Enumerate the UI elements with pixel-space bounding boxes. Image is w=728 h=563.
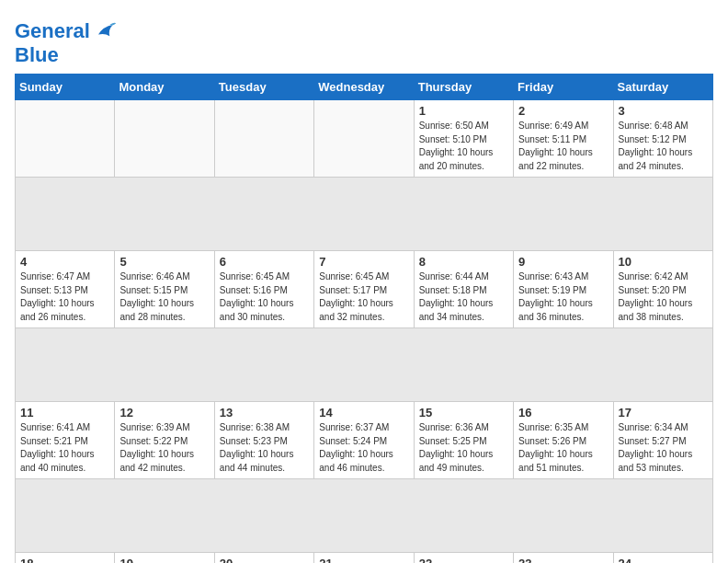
day-info: Sunrise: 6:36 AM Sunset: 5:25 PM Dayligh… [419, 421, 508, 475]
day-info: Sunrise: 6:47 AM Sunset: 5:13 PM Dayligh… [20, 270, 109, 324]
day-info: Sunrise: 6:41 AM Sunset: 5:21 PM Dayligh… [20, 421, 109, 475]
day-number: 5 [119, 255, 209, 269]
calendar-cell: 13Sunrise: 6:38 AM Sunset: 5:23 PM Dayli… [214, 402, 313, 479]
calendar: SundayMondayTuesdayWednesdayThursdayFrid… [15, 74, 713, 563]
calendar-cell: 10Sunrise: 6:42 AM Sunset: 5:20 PM Dayli… [613, 251, 712, 328]
day-info: Sunrise: 6:38 AM Sunset: 5:23 PM Dayligh… [220, 421, 309, 475]
day-number: 4 [20, 255, 109, 269]
calendar-cell: 20Sunrise: 6:30 AM Sunset: 5:30 PM Dayli… [214, 553, 313, 563]
week-spacer [16, 328, 713, 402]
calendar-cell: 23Sunrise: 6:27 AM Sunset: 5:33 PM Dayli… [514, 553, 613, 563]
calendar-week-3: 18Sunrise: 6:33 AM Sunset: 5:28 PM Dayli… [16, 553, 713, 563]
day-number: 20 [220, 557, 309, 563]
header: General Blue [15, 15, 713, 66]
day-number: 11 [20, 406, 109, 419]
logo-blue: Blue [15, 43, 59, 66]
day-number: 9 [518, 255, 608, 269]
day-number: 16 [518, 406, 608, 419]
calendar-cell: 17Sunrise: 6:34 AM Sunset: 5:27 PM Dayli… [613, 402, 712, 479]
day-info: Sunrise: 6:44 AM Sunset: 5:18 PM Dayligh… [419, 270, 508, 324]
calendar-cell: 14Sunrise: 6:37 AM Sunset: 5:24 PM Dayli… [314, 402, 414, 479]
calendar-week-1: 4Sunrise: 6:47 AM Sunset: 5:13 PM Daylig… [16, 251, 713, 328]
calendar-cell: 3Sunrise: 6:48 AM Sunset: 5:12 PM Daylig… [613, 100, 712, 178]
logo: General Blue [15, 18, 118, 66]
weekday-header-sunday: Sunday [16, 75, 115, 100]
day-info: Sunrise: 6:37 AM Sunset: 5:24 PM Dayligh… [319, 421, 408, 475]
calendar-cell: 12Sunrise: 6:39 AM Sunset: 5:22 PM Dayli… [115, 402, 214, 479]
weekday-header-friday: Friday [514, 75, 613, 100]
day-number: 8 [419, 255, 508, 269]
calendar-cell [214, 100, 313, 178]
calendar-cell: 7Sunrise: 6:45 AM Sunset: 5:17 PM Daylig… [314, 251, 414, 328]
calendar-cell: 22Sunrise: 6:28 AM Sunset: 5:32 PM Dayli… [414, 553, 513, 563]
calendar-cell: 24Sunrise: 6:25 AM Sunset: 5:34 PM Dayli… [613, 553, 712, 563]
day-info: Sunrise: 6:34 AM Sunset: 5:27 PM Dayligh… [619, 421, 708, 475]
day-number: 21 [319, 557, 408, 563]
day-info: Sunrise: 6:45 AM Sunset: 5:17 PM Dayligh… [319, 270, 408, 324]
weekday-header-saturday: Saturday [613, 75, 712, 100]
day-number: 13 [220, 406, 309, 419]
weekday-header-tuesday: Tuesday [214, 75, 313, 100]
weekday-header-wednesday: Wednesday [314, 75, 414, 100]
calendar-cell: 11Sunrise: 6:41 AM Sunset: 5:21 PM Dayli… [16, 402, 115, 479]
day-number: 19 [119, 557, 209, 563]
day-info: Sunrise: 6:46 AM Sunset: 5:15 PM Dayligh… [119, 270, 209, 324]
day-info: Sunrise: 6:43 AM Sunset: 5:19 PM Dayligh… [518, 270, 608, 324]
calendar-cell: 19Sunrise: 6:32 AM Sunset: 5:29 PM Dayli… [115, 553, 214, 563]
calendar-cell: 1Sunrise: 6:50 AM Sunset: 5:10 PM Daylig… [414, 100, 513, 178]
day-info: Sunrise: 6:45 AM Sunset: 5:16 PM Dayligh… [220, 270, 309, 324]
calendar-cell: 2Sunrise: 6:49 AM Sunset: 5:11 PM Daylig… [514, 100, 613, 178]
day-number: 3 [619, 104, 708, 118]
day-number: 12 [119, 406, 209, 419]
calendar-week-0: 1Sunrise: 6:50 AM Sunset: 5:10 PM Daylig… [16, 100, 713, 178]
calendar-cell: 6Sunrise: 6:45 AM Sunset: 5:16 PM Daylig… [214, 251, 313, 328]
calendar-cell: 8Sunrise: 6:44 AM Sunset: 5:18 PM Daylig… [414, 251, 513, 328]
day-number: 18 [20, 557, 109, 563]
calendar-cell: 9Sunrise: 6:43 AM Sunset: 5:19 PM Daylig… [514, 251, 613, 328]
week-spacer [16, 479, 713, 553]
day-number: 1 [419, 104, 508, 118]
day-number: 6 [220, 255, 309, 269]
day-number: 2 [518, 104, 608, 118]
day-info: Sunrise: 6:50 AM Sunset: 5:10 PM Dayligh… [419, 120, 508, 173]
day-number: 24 [619, 557, 708, 563]
day-number: 10 [619, 255, 708, 269]
calendar-cell: 18Sunrise: 6:33 AM Sunset: 5:28 PM Dayli… [16, 553, 115, 563]
weekday-header-thursday: Thursday [414, 75, 513, 100]
day-number: 22 [419, 557, 508, 563]
day-info: Sunrise: 6:48 AM Sunset: 5:12 PM Dayligh… [619, 120, 708, 173]
calendar-cell: 15Sunrise: 6:36 AM Sunset: 5:25 PM Dayli… [414, 402, 513, 479]
day-info: Sunrise: 6:35 AM Sunset: 5:26 PM Dayligh… [518, 421, 608, 475]
logo-general: General [15, 19, 90, 42]
weekday-header-monday: Monday [115, 75, 214, 100]
calendar-cell: 21Sunrise: 6:29 AM Sunset: 5:31 PM Dayli… [314, 553, 414, 563]
logo-bird-icon [92, 18, 118, 44]
day-number: 7 [319, 255, 408, 269]
day-number: 15 [419, 406, 508, 419]
calendar-week-2: 11Sunrise: 6:41 AM Sunset: 5:21 PM Dayli… [16, 402, 713, 479]
day-number: 23 [518, 557, 608, 563]
day-number: 14 [319, 406, 408, 419]
calendar-cell: 5Sunrise: 6:46 AM Sunset: 5:15 PM Daylig… [115, 251, 214, 328]
calendar-cell: 16Sunrise: 6:35 AM Sunset: 5:26 PM Dayli… [514, 402, 613, 479]
calendar-cell [314, 100, 414, 178]
calendar-cell [16, 100, 115, 178]
calendar-cell [115, 100, 214, 178]
day-info: Sunrise: 6:49 AM Sunset: 5:11 PM Dayligh… [518, 120, 608, 173]
week-spacer [16, 178, 713, 251]
calendar-cell: 4Sunrise: 6:47 AM Sunset: 5:13 PM Daylig… [16, 251, 115, 328]
day-number: 17 [619, 406, 708, 419]
day-info: Sunrise: 6:42 AM Sunset: 5:20 PM Dayligh… [619, 270, 708, 324]
day-info: Sunrise: 6:39 AM Sunset: 5:22 PM Dayligh… [119, 421, 209, 475]
